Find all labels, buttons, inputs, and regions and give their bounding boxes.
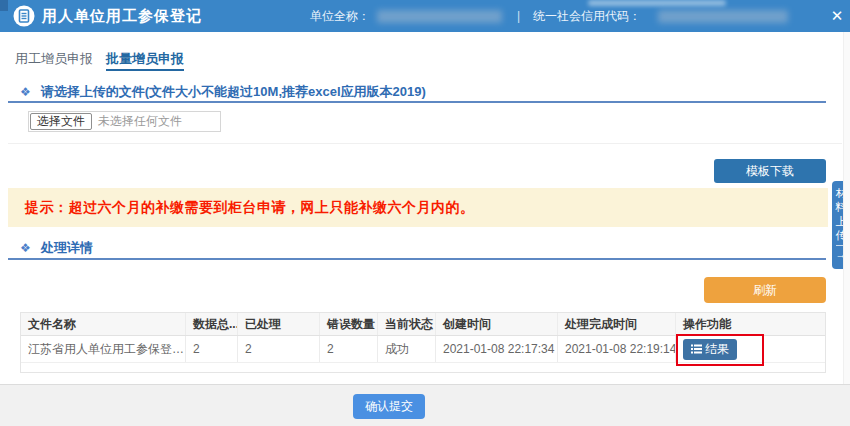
upload-section-title: ❖请选择上传的文件(文件大小不能超过10M,推荐excel应用版本2019) [20, 83, 426, 101]
result-button-label: 结果 [705, 341, 729, 358]
section-marker-icon: ❖ [20, 85, 31, 99]
cell-data-total: 2 [186, 336, 238, 362]
notice-text: 提示：超过六个月的补缴需要到柜台申请，网上只能补缴六个月内的。 [25, 188, 475, 227]
choose-file-button[interactable]: 选择文件 [30, 113, 92, 130]
cell-completed-time: 2021-01-08 22:19:14 [558, 336, 676, 362]
refresh-button[interactable]: 刷新 [704, 277, 826, 303]
cell-created-time: 2021-01-08 22:17:34 [436, 336, 558, 362]
cell-operations: 结果 [676, 336, 824, 362]
faint-divider [8, 143, 842, 144]
table-header-row: 文件名称 数据总... 已处理 错误数量 当前状态 创建时间 处理完成时间 操作… [21, 313, 825, 336]
cell-processed: 2 [238, 336, 320, 362]
header-corner-decoration [0, 0, 8, 11]
close-icon[interactable]: ✕ [824, 0, 850, 32]
table-row: 江苏省用人单位用工参保登记花名册... 2 2 2 成功 2021-01-08 … [21, 336, 825, 363]
modal-footer [0, 384, 850, 426]
cell-current-status: 成功 [378, 336, 436, 362]
cell-file-name: 江苏省用人单位用工参保登记花名册... [21, 336, 186, 362]
template-download-button[interactable]: 模板下载 [714, 159, 826, 183]
section-marker-icon: ❖ [20, 241, 31, 255]
col-file-name: 文件名称 [21, 313, 186, 335]
no-file-selected-text: 未选择任何文件 [98, 113, 182, 130]
form-document-icon [13, 5, 35, 27]
section-divider [8, 258, 826, 260]
page-title: 用人单位用工参保登记 [42, 0, 202, 32]
scrollbar-track[interactable] [843, 32, 850, 384]
tab-batch-add-declare[interactable]: 批量增员申报 [106, 50, 184, 71]
col-operations: 操作功能 [676, 313, 824, 335]
list-icon [691, 344, 702, 354]
col-created-time: 创建时间 [436, 313, 558, 335]
company-name-label: 单位全称： [310, 0, 370, 32]
insurance-registration-modal: 用人单位用工参保登记 单位全称： | 统一社会信用代码： ✕ 用工增员申报 批量… [0, 0, 850, 426]
file-upload-input[interactable]: 选择文件 未选择任何文件 [28, 111, 221, 132]
col-completed-time: 处理完成时间 [558, 313, 676, 335]
company-name-redacted [377, 10, 502, 23]
processing-detail-table: 文件名称 数据总... 已处理 错误数量 当前状态 创建时间 处理完成时间 操作… [20, 312, 826, 373]
tab-employment-add-declare[interactable]: 用工增员申报 [15, 50, 93, 71]
cell-error-count: 2 [320, 336, 378, 362]
detail-section-title: ❖处理详情 [20, 239, 93, 257]
credit-code-label: 统一社会信用代码： [533, 0, 641, 32]
header-separator: | [517, 0, 520, 32]
col-error-count: 错误数量 [320, 313, 378, 335]
credit-code-redacted [658, 10, 788, 23]
col-data-total: 数据总... [186, 313, 238, 335]
col-current-status: 当前状态 [378, 313, 436, 335]
confirm-submit-button[interactable]: 确认提交 [353, 394, 425, 419]
section-divider [8, 101, 826, 103]
notice-banner: 提示：超过六个月的补缴需要到柜台申请，网上只能补缴六个月内的。 [8, 188, 828, 227]
result-button[interactable]: 结果 [683, 339, 737, 360]
modal-header: 用人单位用工参保登记 单位全称： | 统一社会信用代码： ✕ [0, 0, 850, 32]
col-processed: 已处理 [238, 313, 320, 335]
